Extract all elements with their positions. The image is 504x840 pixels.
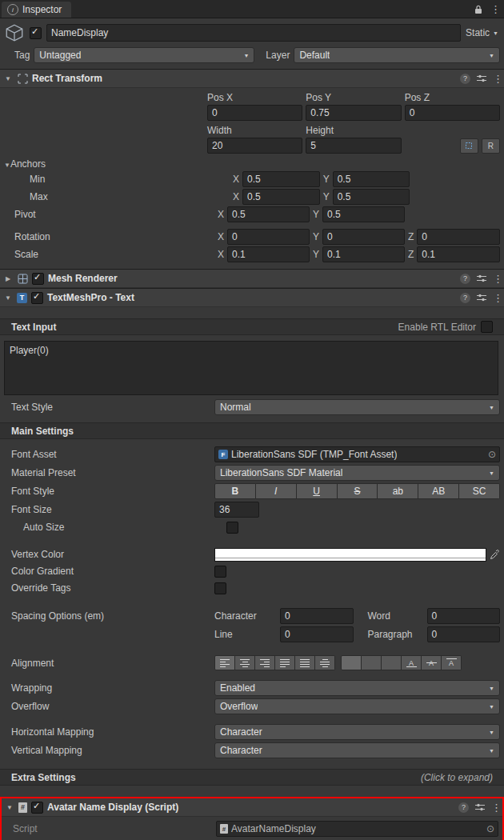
valign-top-button[interactable] bbox=[341, 655, 362, 670]
paragraph-spacing-field[interactable]: 0 bbox=[427, 626, 501, 642]
tmp-text-header[interactable]: ▼ T ✓ TextMeshPro - Text ? ⋮ bbox=[0, 288, 504, 307]
override-tags-checkbox[interactable] bbox=[214, 582, 226, 594]
font-style-lowercase-button[interactable]: ab bbox=[378, 483, 418, 499]
presets-icon[interactable] bbox=[477, 274, 486, 282]
tab-menu-icon[interactable]: ⋮ bbox=[490, 4, 497, 14]
component-menu-icon[interactable]: ⋮ bbox=[493, 74, 499, 84]
font-style-uppercase-button[interactable]: AB bbox=[418, 483, 459, 499]
object-picker-icon[interactable]: ⊙ bbox=[488, 450, 496, 459]
anchor-min-x-field[interactable]: 0.5 bbox=[242, 171, 320, 187]
valign-capline-button[interactable]: A bbox=[442, 655, 462, 670]
valign-middle-button[interactable] bbox=[362, 655, 382, 670]
component-menu-icon[interactable]: ⋮ bbox=[493, 274, 499, 284]
color-gradient-checkbox[interactable] bbox=[214, 566, 226, 578]
font-size-field[interactable]: 36 bbox=[214, 502, 259, 518]
pivot-x-field[interactable]: 0.5 bbox=[227, 206, 310, 222]
foldout-open-icon[interactable]: ▼ bbox=[5, 804, 14, 811]
height-field[interactable]: 5 bbox=[306, 138, 401, 154]
align-right-button[interactable] bbox=[255, 655, 275, 670]
anchor-min-y-field[interactable]: 0.5 bbox=[333, 171, 410, 187]
anchor-max-y-field[interactable]: 0.5 bbox=[333, 189, 410, 205]
text-input-area[interactable]: Player(0) bbox=[4, 341, 498, 395]
width-field[interactable]: 20 bbox=[207, 138, 302, 154]
auto-size-checkbox[interactable] bbox=[226, 522, 238, 534]
valign-baseline-button[interactable]: A bbox=[402, 655, 422, 670]
scale-y-field[interactable]: 0.1 bbox=[322, 246, 405, 262]
eyedropper-icon[interactable] bbox=[490, 550, 500, 560]
help-icon[interactable]: ? bbox=[460, 293, 470, 303]
gameobject-cube-icon[interactable] bbox=[4, 22, 25, 43]
font-style-strikethrough-button[interactable]: S bbox=[338, 483, 378, 499]
extra-settings-section-bar[interactable]: Extra Settings (Click to expand) bbox=[0, 769, 504, 786]
tag-dropdown[interactable]: Untagged ▼ bbox=[34, 47, 254, 63]
component-menu-icon[interactable]: ⋮ bbox=[491, 802, 498, 813]
rotation-z-field[interactable]: 0 bbox=[417, 229, 500, 245]
pos-x-field[interactable]: 0 bbox=[207, 105, 302, 121]
anchors-foldout-icon[interactable]: ▼ bbox=[4, 162, 10, 169]
text-style-dropdown[interactable]: Normal▼ bbox=[214, 399, 500, 415]
layer-dropdown[interactable]: Default ▼ bbox=[294, 47, 500, 63]
align-center-button[interactable] bbox=[235, 655, 255, 670]
wrapping-dropdown[interactable]: Enabled▼ bbox=[214, 680, 500, 696]
font-style-smallcaps-button[interactable]: SC bbox=[459, 483, 500, 499]
object-picker-icon[interactable]: ⊙ bbox=[486, 824, 494, 834]
valign-bottom-button[interactable] bbox=[382, 655, 402, 670]
tab-inspector[interactable]: i Inspector bbox=[2, 2, 71, 18]
vertical-mapping-dropdown[interactable]: Character▼ bbox=[214, 742, 500, 758]
foldout-closed-icon[interactable]: ▶ bbox=[3, 275, 13, 282]
align-justify-button[interactable] bbox=[275, 655, 295, 670]
rtl-checkbox[interactable] bbox=[481, 321, 493, 333]
active-checkbox[interactable]: ✓ bbox=[30, 27, 42, 39]
align-flush-button[interactable] bbox=[295, 655, 315, 670]
font-style-italic-button[interactable]: I bbox=[256, 483, 297, 499]
vertical-mapping-label: Vertical Mapping bbox=[4, 745, 211, 756]
character-spacing-field[interactable]: 0 bbox=[280, 608, 354, 624]
check-icon: ✓ bbox=[31, 26, 38, 37]
script-enabled-checkbox[interactable]: ✓ bbox=[31, 802, 43, 814]
foldout-open-icon[interactable]: ▼ bbox=[3, 294, 13, 302]
pos-z-field[interactable]: 0 bbox=[405, 105, 500, 121]
presets-icon[interactable] bbox=[475, 803, 485, 811]
help-icon[interactable]: ? bbox=[460, 274, 470, 284]
component-title: Mesh Renderer bbox=[48, 273, 118, 284]
rotation-y-field[interactable]: 0 bbox=[322, 229, 405, 245]
pos-y-field[interactable]: 0.75 bbox=[306, 105, 401, 121]
presets-icon[interactable] bbox=[477, 294, 486, 302]
foldout-open-icon[interactable]: ▼ bbox=[3, 75, 13, 82]
component-menu-icon[interactable]: ⋮ bbox=[493, 293, 499, 303]
script-component-header[interactable]: ▼ # ✓ Avatar Name Display (Script) ? ⋮ bbox=[2, 798, 502, 817]
font-style-bold-button[interactable]: B bbox=[214, 483, 256, 499]
overflow-dropdown[interactable]: Overflow▼ bbox=[214, 698, 500, 714]
lock-icon[interactable] bbox=[474, 5, 482, 14]
pivot-y-field[interactable]: 0.5 bbox=[322, 206, 405, 222]
script-object-field[interactable]: # AvatarNameDisplay ⊙ bbox=[216, 821, 498, 837]
material-preset-dropdown[interactable]: LiberationSans SDF Material▼ bbox=[214, 465, 500, 481]
help-icon[interactable]: ? bbox=[460, 74, 470, 84]
tmp-enabled-checkbox[interactable]: ✓ bbox=[31, 292, 43, 304]
horizontal-mapping-dropdown[interactable]: Character▼ bbox=[214, 724, 500, 740]
main-settings-section-bar[interactable]: Main Settings bbox=[0, 422, 504, 439]
rotation-x-field[interactable]: 0 bbox=[227, 229, 310, 245]
anchor-max-x-field[interactable]: 0.5 bbox=[242, 189, 320, 205]
rect-transform-header[interactable]: ▼ Rect Transform ? ⋮ bbox=[0, 69, 504, 88]
blueprint-mode-button[interactable] bbox=[460, 138, 478, 154]
help-icon[interactable]: ? bbox=[458, 802, 469, 813]
mesh-renderer-enabled-checkbox[interactable]: ✓ bbox=[32, 273, 44, 285]
align-geometry-center-button[interactable] bbox=[315, 655, 335, 670]
word-spacing-field[interactable]: 0 bbox=[427, 608, 501, 624]
scale-x-field[interactable]: 0.1 bbox=[227, 246, 310, 262]
raw-edit-mode-button[interactable]: R bbox=[482, 138, 500, 154]
text-input-section-bar[interactable]: Text Input Enable RTL Editor bbox=[0, 318, 504, 335]
mesh-renderer-header[interactable]: ▶ ✓ Mesh Renderer ? ⋮ bbox=[0, 269, 504, 288]
valign-midline-button[interactable]: A bbox=[422, 655, 442, 670]
axis-x-label: X bbox=[218, 231, 224, 242]
font-style-underline-button[interactable]: U bbox=[297, 483, 338, 499]
vertex-color-swatch[interactable] bbox=[214, 548, 486, 562]
name-input[interactable] bbox=[46, 24, 461, 42]
font-asset-object-field[interactable]: F LiberationSans SDF (TMP_Font Asset) ⊙ bbox=[214, 446, 500, 462]
align-left-button[interactable] bbox=[214, 655, 235, 670]
line-spacing-field[interactable]: 0 bbox=[280, 626, 354, 642]
scale-z-field[interactable]: 0.1 bbox=[417, 246, 500, 262]
static-dropdown[interactable]: Static ▼ bbox=[466, 27, 500, 38]
presets-icon[interactable] bbox=[477, 74, 486, 82]
